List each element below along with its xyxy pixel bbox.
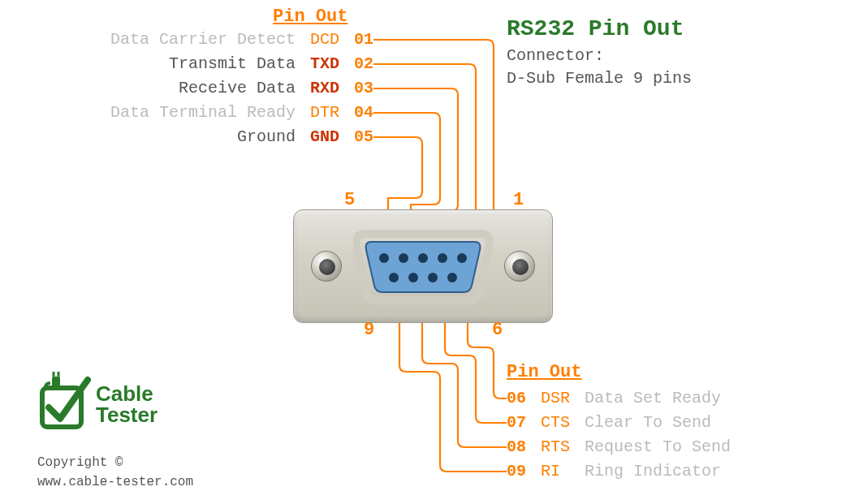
pin-number: 04 <box>354 103 373 122</box>
svg-point-2 <box>418 253 428 263</box>
connector-shell <box>353 227 493 305</box>
svg-point-7 <box>428 273 438 282</box>
pin-signal: RTS <box>541 437 570 456</box>
pin-number: 05 <box>354 127 373 146</box>
top-pinout-header: Pin Out <box>273 6 347 27</box>
pin-number: 01 <box>354 30 373 49</box>
page-title: RS232 Pin Out <box>507 16 692 41</box>
pin-row: Ground GND 05 <box>0 125 373 149</box>
pin-number: 07 <box>507 413 526 432</box>
pin-row: Receive Data RXD 03 <box>0 76 373 101</box>
pin-row: Transmit Data TXD 02 <box>0 52 373 76</box>
pin-number: 09 <box>507 462 526 480</box>
svg-point-6 <box>408 273 418 282</box>
svg-point-5 <box>389 273 399 282</box>
svg-rect-10 <box>52 377 60 386</box>
pin-signal: CTS <box>541 413 570 432</box>
bottom-pinout-header: Pin Out <box>507 362 581 382</box>
pin-desc: Request To Send <box>585 437 731 456</box>
pin-desc: Ring Indicator <box>585 462 721 480</box>
pin-desc: Ground <box>237 127 296 146</box>
pin-signal: DSR <box>541 389 570 407</box>
top-pin-list: Data Carrier Detect DCD 01 Transmit Data… <box>0 28 373 149</box>
bottom-pin-list: 06 DSR Data Set Ready 07 CTS Clear To Se… <box>507 386 731 484</box>
subtitle-label: Connector: <box>507 46 604 65</box>
svg-point-3 <box>438 253 447 263</box>
pin-row: 09 RI Ring Indicator <box>507 459 731 484</box>
pin-number: 02 <box>354 54 373 73</box>
logo-line2: Tester <box>96 403 158 427</box>
pin-signal: TXD <box>310 54 339 73</box>
pin-signal: RXD <box>310 79 339 97</box>
screw-left-icon <box>311 251 342 282</box>
pin-row: 08 RTS Request To Send <box>507 435 731 459</box>
title-block: RS232 Pin Out Connector: D-Sub Female 9 … <box>507 16 692 90</box>
pin-number: 03 <box>354 79 373 97</box>
connector-subtitle: Connector: D-Sub Female 9 pins <box>507 45 692 90</box>
logo: Cable Tester <box>37 372 94 436</box>
pin-number: 08 <box>507 437 526 456</box>
pin-row: 06 DSR Data Set Ready <box>507 386 731 411</box>
pin-desc: Data Terminal Ready <box>110 103 296 122</box>
pin-row: Data Terminal Ready DTR 04 <box>0 101 373 125</box>
copyright-text: Copyright © <box>37 453 193 472</box>
subtitle-value: D-Sub Female 9 pins <box>507 69 692 88</box>
pin-desc: Data Set Ready <box>585 389 721 407</box>
corner-label-5: 5 <box>344 190 355 210</box>
corner-label-9: 9 <box>364 320 374 340</box>
pin-number: 06 <box>507 389 526 407</box>
corner-label-1: 1 <box>513 190 524 210</box>
pin-desc: Data Carrier Detect <box>110 30 296 49</box>
pin-desc: Clear To Send <box>585 413 711 432</box>
pin-signal: DCD <box>310 30 339 49</box>
logo-icon <box>37 372 94 432</box>
footer-url: www.cable-tester.com <box>37 472 193 492</box>
pin-desc: Transmit Data <box>169 54 296 73</box>
screw-right-icon <box>504 251 535 282</box>
svg-point-4 <box>457 253 467 263</box>
corner-label-6: 6 <box>492 320 503 340</box>
svg-point-0 <box>379 253 389 263</box>
pin-row: 07 CTS Clear To Send <box>507 411 731 435</box>
db9-connector <box>293 209 553 323</box>
pin-signal: GND <box>310 127 339 146</box>
footer: Copyright © www.cable-tester.com <box>37 453 193 492</box>
pin-signal: DTR <box>310 103 339 122</box>
pin-signal: RI <box>541 462 560 480</box>
svg-point-8 <box>447 273 457 282</box>
pin-row: Data Carrier Detect DCD 01 <box>0 28 373 52</box>
svg-point-1 <box>399 253 408 263</box>
pin-desc: Receive Data <box>179 79 296 97</box>
